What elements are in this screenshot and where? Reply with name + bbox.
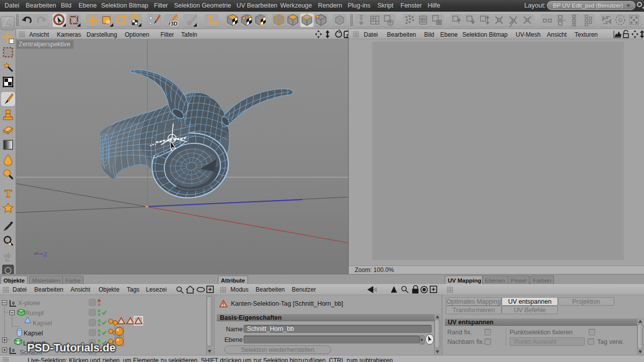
svg-text:Z: Z: [44, 251, 47, 257]
svg-text:Rumpf: Rumpf: [25, 310, 44, 317]
svg-text:Kapsel: Kapsel: [24, 330, 43, 337]
svg-text:3D: 3D: [171, 21, 178, 27]
svg-text:X-plorer: X-plorer: [18, 300, 40, 307]
svg-text:T: T: [5, 187, 12, 200]
svg-text:Y: Y: [31, 238, 35, 244]
svg-text:0: 0: [12, 301, 15, 306]
svg-text:Kapsel: Kapsel: [33, 320, 52, 327]
svg-text:0: 0: [12, 348, 15, 353]
